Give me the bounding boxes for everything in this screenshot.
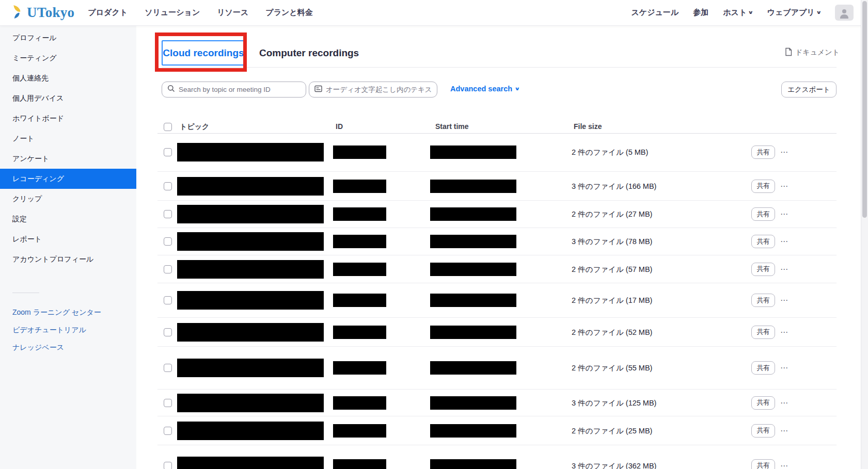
utokyo-logo[interactable]: UTokyo bbox=[12, 4, 74, 22]
recording-table-row: 2 件のファイル (55 MB) 共有 ⋯ bbox=[157, 347, 837, 390]
more-options-button[interactable]: ⋯ bbox=[780, 296, 788, 305]
share-button[interactable]: 共有 bbox=[751, 424, 775, 438]
more-options-button[interactable]: ⋯ bbox=[780, 426, 788, 435]
row-checkbox[interactable] bbox=[164, 148, 172, 156]
search-icon bbox=[167, 85, 175, 94]
share-button[interactable]: 共有 bbox=[751, 145, 775, 159]
row-checkbox[interactable] bbox=[164, 265, 172, 273]
sidebar-item-personal-devices[interactable]: 個人用デバイス bbox=[0, 88, 136, 108]
chevron-down-icon: ∨ bbox=[514, 86, 520, 91]
row-checkbox[interactable] bbox=[164, 182, 172, 190]
share-button[interactable]: 共有 bbox=[751, 361, 775, 375]
recording-table-row: 2 件のファイル (25 MB) 共有 ⋯ bbox=[157, 416, 837, 445]
sidebar-link-video-tutorials[interactable]: ビデオチュートリアル bbox=[0, 321, 136, 338]
redacted-start-time-bar bbox=[430, 326, 516, 339]
file-size-text: 3 件のファイル (362 MB) bbox=[572, 461, 656, 469]
row-checkbox[interactable] bbox=[164, 462, 172, 469]
more-options-button[interactable]: ⋯ bbox=[780, 209, 788, 219]
row-checkbox[interactable] bbox=[164, 328, 172, 336]
share-button[interactable]: 共有 bbox=[751, 180, 775, 193]
audio-transcript-icon bbox=[314, 85, 322, 94]
column-header-id: ID bbox=[336, 122, 343, 131]
documentation-link[interactable]: ドキュメント bbox=[785, 47, 840, 58]
sidebar-menu: プロフィールミーティング個人連絡先個人用デバイスホワイトボードノートアンケートレ… bbox=[0, 28, 136, 269]
sidebar-item-settings[interactable]: 設定 bbox=[0, 209, 136, 229]
redacted-topic-bar bbox=[177, 323, 324, 342]
transcript-search-input[interactable] bbox=[326, 86, 432, 93]
share-button[interactable]: 共有 bbox=[751, 396, 775, 410]
select-all-checkbox[interactable] bbox=[164, 123, 172, 131]
sidebar-item-clips[interactable]: クリップ bbox=[0, 189, 136, 209]
nav-item-host[interactable]: ホスト∨ bbox=[723, 8, 752, 18]
advanced-search-toggle[interactable]: Advanced search∨ bbox=[450, 85, 519, 93]
more-options-button[interactable]: ⋯ bbox=[780, 148, 788, 157]
tab-cloud-recordings[interactable]: Cloud recordings bbox=[162, 40, 245, 66]
nav-item-schedule[interactable]: スケジュール bbox=[631, 8, 678, 18]
redacted-meeting-id-bar bbox=[333, 294, 386, 307]
topic-search-input[interactable] bbox=[179, 86, 301, 93]
row-checkbox[interactable] bbox=[164, 296, 172, 304]
row-checkbox[interactable] bbox=[164, 210, 172, 218]
share-button[interactable]: 共有 bbox=[751, 207, 775, 221]
share-button[interactable]: 共有 bbox=[751, 263, 775, 276]
file-size-text: 2 件のファイル (27 MB) bbox=[572, 209, 652, 219]
sidebar-item-reports[interactable]: レポート bbox=[0, 229, 136, 249]
sidebar-link-knowledge-base[interactable]: ナレッジベース bbox=[0, 338, 136, 356]
redacted-start-time-bar bbox=[430, 396, 516, 410]
share-button[interactable]: 共有 bbox=[751, 294, 775, 307]
export-button[interactable]: エクスポート bbox=[781, 82, 837, 98]
redacted-meeting-id-bar bbox=[333, 361, 386, 375]
redacted-start-time-bar bbox=[430, 294, 516, 307]
tab-cloud-recordings-label: Cloud recordings bbox=[163, 47, 244, 59]
file-size-text: 3 件のファイル (78 MB) bbox=[572, 237, 652, 247]
nav-item-join[interactable]: 参加 bbox=[693, 8, 708, 18]
redacted-start-time-bar bbox=[430, 235, 516, 248]
recording-table-row: 3 件のファイル (78 MB) 共有 ⋯ bbox=[157, 228, 837, 255]
recording-table-row: 3 件のファイル (125 MB) 共有 ⋯ bbox=[157, 390, 837, 416]
nav-item-solutions[interactable]: ソリューション bbox=[145, 8, 200, 18]
file-size-text: 2 件のファイル (52 MB) bbox=[572, 327, 652, 337]
table-header-row: トピック ID Start time File size bbox=[136, 122, 839, 133]
more-options-button[interactable]: ⋯ bbox=[780, 328, 788, 337]
more-options-button[interactable]: ⋯ bbox=[780, 363, 788, 373]
sidebar-item-account-profile[interactable]: アカウントプロフィール bbox=[0, 249, 136, 269]
more-options-button[interactable]: ⋯ bbox=[780, 182, 788, 191]
top-navigation-bar: UTokyo プロダクトソリューションリソースプランと料金 スケジュール参加ホス… bbox=[0, 0, 868, 26]
redacted-start-time-bar bbox=[430, 361, 516, 375]
row-checkbox[interactable] bbox=[164, 399, 172, 407]
more-options-button[interactable]: ⋯ bbox=[780, 237, 788, 246]
more-options-button[interactable]: ⋯ bbox=[780, 265, 788, 274]
sidebar: プロフィールミーティング個人連絡先個人用デバイスホワイトボードノートアンケートレ… bbox=[0, 26, 136, 469]
sidebar-link-learning-center[interactable]: Zoom ラーニング センター bbox=[0, 303, 136, 321]
nav-item-resources[interactable]: リソース bbox=[217, 8, 248, 18]
nav-item-products[interactable]: プロダクト bbox=[88, 8, 128, 18]
sidebar-item-surveys[interactable]: アンケート bbox=[0, 149, 136, 169]
column-header-file-size: File size bbox=[574, 122, 602, 131]
sidebar-item-profile[interactable]: プロフィール bbox=[0, 28, 136, 48]
sidebar-item-whiteboard[interactable]: ホワイトボード bbox=[0, 108, 136, 128]
tab-computer-recordings[interactable]: Computer recordings bbox=[259, 47, 359, 59]
sidebar-item-personal-contacts[interactable]: 個人連絡先 bbox=[0, 68, 136, 88]
more-options-button[interactable]: ⋯ bbox=[780, 461, 788, 469]
sidebar-item-notes[interactable]: ノート bbox=[0, 128, 136, 149]
row-checkbox[interactable] bbox=[164, 237, 172, 246]
row-checkbox[interactable] bbox=[164, 364, 172, 372]
share-button[interactable]: 共有 bbox=[751, 459, 775, 469]
sidebar-item-recordings[interactable]: レコーディング bbox=[0, 169, 136, 189]
file-size-text: 2 件のファイル (55 MB) bbox=[572, 363, 652, 373]
nav-item-plans-pricing[interactable]: プランと料金 bbox=[265, 8, 312, 18]
scrollbar-thumb[interactable] bbox=[862, 1, 867, 218]
nav-item-web-app[interactable]: ウェブアプリ∨ bbox=[767, 8, 820, 18]
user-avatar[interactable] bbox=[835, 5, 854, 21]
row-checkbox[interactable] bbox=[164, 427, 172, 435]
redacted-start-time-bar bbox=[430, 145, 516, 159]
share-button[interactable]: 共有 bbox=[751, 326, 775, 339]
redacted-meeting-id-bar bbox=[333, 424, 386, 438]
redacted-meeting-id-bar bbox=[333, 180, 386, 193]
share-button[interactable]: 共有 bbox=[751, 235, 775, 248]
more-options-button[interactable]: ⋯ bbox=[780, 398, 788, 408]
page-scrollbar[interactable] bbox=[861, 0, 868, 469]
sidebar-item-meetings[interactable]: ミーティング bbox=[0, 48, 136, 68]
documentation-link-label: ドキュメント bbox=[795, 48, 840, 57]
transcript-search-field bbox=[309, 82, 437, 98]
